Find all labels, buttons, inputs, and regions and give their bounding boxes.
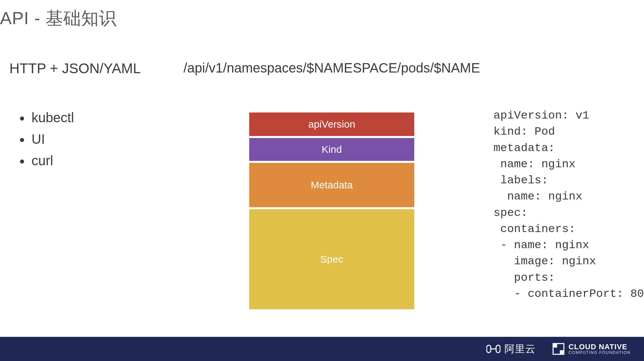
subtitle: HTTP + JSON/YAML [9, 60, 170, 77]
resource-stack-diagram: apiVersion Kind Metadata Spec [249, 112, 414, 309]
brand-cncf: CLOUD NATIVE COMPUTING FOUNDATION [552, 343, 631, 355]
content-area: HTTP + JSON/YAML kubectl UI curl /api/v1… [0, 30, 644, 309]
cncf-label-bottom: COMPUTING FOUNDATION [569, 351, 631, 355]
stack-block-spec: Spec [249, 209, 414, 309]
cncf-icon [552, 343, 565, 355]
list-item: UI [19, 128, 170, 150]
yaml-code-block: apiVersion: v1 kind: Pod metadata: name:… [493, 107, 644, 302]
brand-aliyun: 阿里云 [486, 342, 536, 356]
middle-column: /api/v1/namespaces/$NAMESPACE/pods/$NAME… [183, 60, 480, 309]
stack-block-apiversion: apiVersion [249, 112, 414, 136]
footer-bar: 阿里云 CLOUD NATIVE COMPUTING FOUNDATION [0, 337, 644, 361]
tool-list: kubectl UI curl [9, 107, 170, 171]
svg-rect-4 [553, 344, 557, 348]
svg-rect-0 [487, 345, 491, 353]
list-item: curl [19, 150, 170, 171]
stack-block-metadata: Metadata [249, 163, 414, 207]
stack-block-kind: Kind [249, 138, 414, 161]
svg-rect-1 [496, 345, 500, 353]
list-item: kubectl [19, 107, 170, 128]
aliyun-icon [486, 344, 500, 354]
left-column: HTTP + JSON/YAML kubectl UI curl [7, 60, 170, 309]
svg-rect-5 [560, 350, 564, 354]
api-path: /api/v1/namespaces/$NAMESPACE/pods/$NAME [183, 60, 480, 76]
cncf-label: CLOUD NATIVE COMPUTING FOUNDATION [569, 343, 631, 355]
aliyun-label: 阿里云 [504, 342, 536, 356]
page-title: API - 基础知识 [0, 0, 644, 30]
cncf-label-top: CLOUD NATIVE [569, 343, 631, 351]
right-column: apiVersion: v1 kind: Pod metadata: name:… [493, 60, 644, 309]
